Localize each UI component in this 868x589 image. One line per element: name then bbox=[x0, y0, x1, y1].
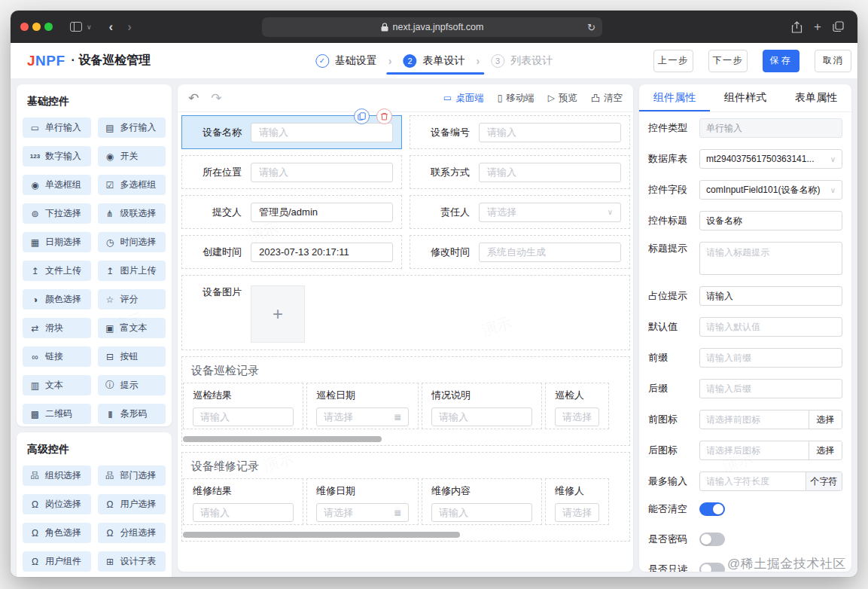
db-table-select[interactable]: mt294037561750363141...∨ bbox=[699, 149, 842, 169]
control-item[interactable]: Ω 用户组件 bbox=[23, 551, 91, 572]
control-item[interactable]: ▤ 多行输入 bbox=[98, 117, 166, 138]
control-item[interactable]: ◉ 开关 bbox=[98, 146, 166, 166]
readonly-toggle[interactable] bbox=[699, 563, 725, 572]
clear-button[interactable]: 凸清空 bbox=[591, 92, 623, 105]
control-item[interactable]: ↥ 文件上传 bbox=[23, 261, 91, 281]
control-item[interactable]: ⊚ 下拉选择 bbox=[23, 203, 91, 224]
subtable-inspection[interactable]: 设备巡检记录 巡检结果 请输入 巡检日期 请选择▦ bbox=[181, 356, 630, 446]
share-icon[interactable] bbox=[791, 21, 803, 33]
delete-field-button[interactable] bbox=[376, 108, 392, 124]
modify-time-input[interactable]: 系统自动生成 bbox=[479, 243, 621, 262]
subtable-column-input[interactable]: 请选择 bbox=[555, 503, 599, 522]
zoom-window-button[interactable] bbox=[44, 23, 53, 31]
close-window-button[interactable] bbox=[20, 23, 29, 31]
control-item[interactable]: ⓘ 提示 bbox=[98, 375, 166, 395]
redo-icon[interactable]: ↷ bbox=[211, 90, 221, 106]
control-item[interactable]: 品 部门选择 bbox=[98, 465, 166, 486]
next-step-button[interactable]: 下一步 bbox=[708, 50, 748, 72]
subtable-column-input[interactable]: 请选择▦ bbox=[316, 503, 409, 522]
control-item[interactable]: ◷ 时间选择 bbox=[98, 232, 166, 252]
minimize-window-button[interactable] bbox=[32, 23, 41, 31]
subtable-column[interactable]: 维修日期 请选择▦ bbox=[306, 478, 419, 525]
subtable-column[interactable]: 维修结果 请输入 bbox=[183, 478, 303, 525]
control-item[interactable]: Ω 岗位选择 bbox=[23, 494, 91, 514]
new-tab-icon[interactable]: + bbox=[814, 20, 821, 35]
subtable-column[interactable]: 巡检结果 请输入 bbox=[183, 383, 303, 429]
front-icon-select-button[interactable]: 选择 bbox=[809, 410, 842, 429]
subtable-column[interactable]: 维修人 请选择 bbox=[545, 478, 609, 525]
step-list-design[interactable]: 3 列表设计 bbox=[491, 43, 553, 78]
control-item[interactable]: ▭ 单行输入 bbox=[23, 117, 91, 138]
image-upload-box[interactable]: + bbox=[251, 285, 305, 343]
control-item[interactable]: ▦ 日期选择 bbox=[23, 232, 91, 252]
control-item[interactable]: ⇄ 滑块 bbox=[23, 318, 91, 338]
control-item[interactable]: ◑ 颜色选择 bbox=[23, 289, 91, 310]
subtable-column-input[interactable]: 请输入 bbox=[431, 407, 532, 426]
device-name-input[interactable]: 请输入 bbox=[251, 123, 393, 142]
preview-button[interactable]: ▷预览 bbox=[548, 92, 577, 105]
control-title-input[interactable]: 设备名称 bbox=[699, 211, 842, 230]
control-field-select[interactable]: comInputField101(设备名称)∨ bbox=[699, 180, 842, 200]
mobile-view-tab[interactable]: ▯移动端 bbox=[498, 92, 535, 105]
control-item[interactable]: ↥ 图片上传 bbox=[98, 261, 166, 281]
subtable-repair[interactable]: 设备维修记录 维修结果 请输入 维修日期 请选择▦ bbox=[181, 452, 630, 542]
control-item[interactable]: ▣ 富文本 bbox=[98, 318, 166, 338]
contact-input[interactable]: 请输入 bbox=[479, 163, 621, 182]
suffix-input[interactable]: 请输入后缀 bbox=[699, 379, 842, 398]
control-item[interactable]: Ω 用户选择 bbox=[98, 494, 166, 514]
submitter-input[interactable]: 管理员/admin bbox=[251, 203, 393, 222]
subtable-column-input[interactable]: 请输入 bbox=[431, 503, 532, 522]
title-tip-textarea[interactable]: 请输入标题提示 bbox=[699, 242, 842, 275]
control-item[interactable]: Ω 分组选择 bbox=[98, 523, 166, 543]
control-item[interactable]: ∞ 链接 bbox=[23, 346, 91, 367]
subtable-column-input[interactable]: 请选择▦ bbox=[316, 407, 409, 426]
subtable-column[interactable]: 情况说明 请输入 bbox=[422, 383, 542, 429]
control-item[interactable]: ⊟ 按钮 bbox=[98, 346, 166, 367]
clearable-toggle[interactable] bbox=[699, 502, 725, 516]
control-item[interactable]: 123 数字输入 bbox=[23, 146, 91, 166]
control-item[interactable]: 品 组织选择 bbox=[23, 465, 91, 486]
control-item[interactable]: ⊞ 设计子表 bbox=[98, 551, 166, 572]
back-icon-input[interactable]: 请选择后图标 bbox=[700, 441, 809, 459]
canvas-field-device-no[interactable]: 设备编号 请输入 bbox=[410, 115, 630, 149]
control-item[interactable]: ◉ 单选框组 bbox=[23, 175, 91, 195]
desktop-view-tab[interactable]: ▭桌面端 bbox=[443, 92, 484, 105]
horizontal-scrollbar[interactable] bbox=[183, 436, 382, 442]
back-icon[interactable]: ‹ bbox=[109, 20, 114, 35]
horizontal-scrollbar[interactable] bbox=[183, 532, 460, 538]
canvas-field-location[interactable]: 所在位置 请输入 bbox=[181, 155, 402, 189]
device-no-input[interactable]: 请输入 bbox=[479, 123, 621, 142]
address-bar[interactable]: next.java.jnpfsoft.com ↻ bbox=[262, 17, 602, 37]
control-item[interactable]: ▩ 二维码 bbox=[23, 404, 91, 424]
sidebar-toggle-icon[interactable] bbox=[70, 22, 82, 32]
control-item[interactable]: ▥ 文本 bbox=[23, 375, 91, 395]
canvas-field-contact[interactable]: 联系方式 请输入 bbox=[410, 155, 630, 189]
canvas-field-owner[interactable]: 责任人 请选择∨ bbox=[410, 195, 630, 229]
cancel-button[interactable]: 取消 bbox=[815, 50, 851, 72]
back-icon-select-button[interactable]: 选择 bbox=[809, 441, 842, 459]
tab-overview-icon[interactable] bbox=[833, 21, 844, 32]
control-item[interactable]: Ω 角色选择 bbox=[23, 523, 91, 543]
subtable-column[interactable]: 维修内容 请输入 bbox=[422, 478, 542, 525]
canvas-field-device-name[interactable]: 设备名称 请输入 bbox=[181, 115, 402, 149]
front-icon-input[interactable]: 请选择前图标 bbox=[700, 410, 809, 429]
tab-component-props[interactable]: 组件属性 bbox=[639, 84, 710, 111]
canvas-field-submitter[interactable]: 提交人 管理员/admin bbox=[181, 195, 402, 229]
placeholder-input[interactable]: 请输入 bbox=[699, 286, 842, 306]
prefix-input[interactable]: 请输入前缀 bbox=[699, 348, 842, 368]
tab-form-props[interactable]: 表单属性 bbox=[781, 84, 851, 111]
subtable-column[interactable]: 巡检人 请选择 bbox=[545, 383, 609, 429]
save-button[interactable]: 保存 bbox=[763, 50, 799, 72]
prev-step-button[interactable]: 上一步 bbox=[653, 50, 693, 72]
forward-icon[interactable]: › bbox=[127, 20, 132, 35]
default-value-input[interactable]: 请输入默认值 bbox=[699, 317, 842, 337]
control-item[interactable]: ⋔ 级联选择 bbox=[98, 203, 166, 224]
step-basic-settings[interactable]: ✓ 基础设置 bbox=[315, 43, 377, 78]
window-controls[interactable] bbox=[20, 23, 53, 31]
control-item[interactable]: ☆ 评分 bbox=[98, 289, 166, 310]
owner-select[interactable]: 请选择∨ bbox=[479, 203, 621, 222]
subtable-column-input[interactable]: 请输入 bbox=[193, 503, 294, 522]
location-input[interactable]: 请输入 bbox=[251, 163, 393, 182]
copy-field-button[interactable] bbox=[354, 108, 370, 124]
create-time-input[interactable]: 2023-07-13 20:17:11 bbox=[251, 243, 393, 262]
